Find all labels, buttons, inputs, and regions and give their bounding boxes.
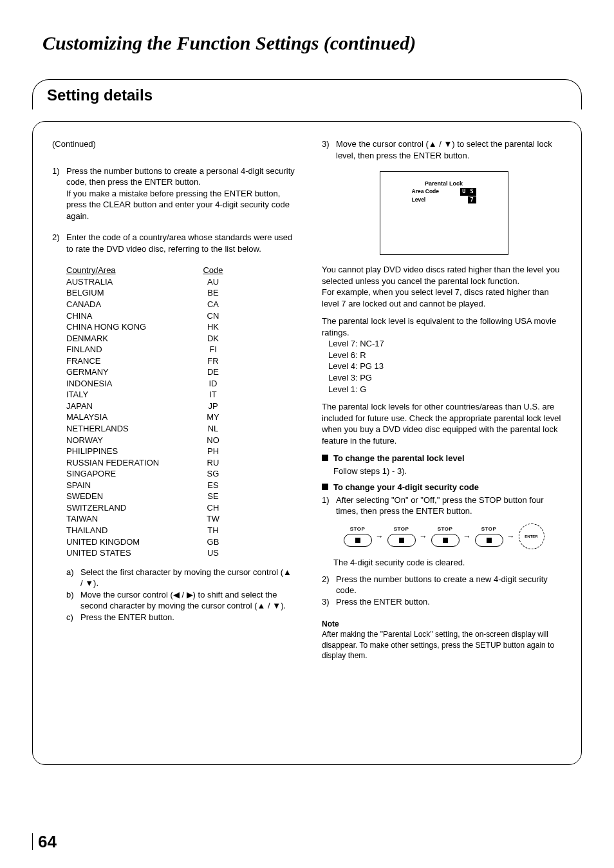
bullet-change-level: To change the parental lock level bbox=[322, 453, 566, 464]
square-bullet-icon bbox=[322, 484, 328, 490]
country-code: CH bbox=[199, 502, 227, 514]
arrow-right-icon: → bbox=[420, 531, 427, 542]
arrow-right-icon: → bbox=[376, 531, 384, 542]
step-2-number: 2) bbox=[52, 232, 66, 254]
note-body: After making the "Parental Lock" setting… bbox=[322, 629, 566, 661]
square-bullet-icon bbox=[322, 455, 328, 461]
country-code: JP bbox=[199, 401, 227, 412]
country-row: RUSSIAN FEDERATIONRU bbox=[66, 457, 227, 469]
step-3: 3) Move the cursor control (▲ / ▼) to se… bbox=[322, 138, 566, 161]
step-2-text: Enter the code of a country/area whose s… bbox=[66, 232, 296, 254]
country-code: RU bbox=[199, 457, 227, 469]
country-name: INDONESIA bbox=[66, 378, 199, 390]
stop-label: STOP bbox=[387, 526, 416, 533]
rating-level: Level 3: PG bbox=[328, 372, 566, 384]
para-lock-explain-a: You cannot play DVD video discs rated hi… bbox=[322, 265, 560, 286]
country-name: THAILAND bbox=[66, 525, 199, 536]
bullet-change-level-body: Follow steps 1) - 3). bbox=[333, 466, 566, 477]
country-code: GB bbox=[199, 536, 227, 548]
stop-icon bbox=[387, 534, 416, 547]
stop-icon bbox=[431, 534, 460, 547]
country-name: UNITED STATES bbox=[66, 547, 199, 559]
bullet-change-code: To change your 4-digit security code bbox=[322, 482, 566, 493]
country-row: CHINACN bbox=[66, 310, 227, 322]
country-name: CHINA bbox=[66, 310, 199, 322]
country-code: DK bbox=[199, 333, 227, 344]
continued-label: (Continued) bbox=[52, 138, 296, 150]
enter-label: ENTER bbox=[524, 529, 539, 544]
country-name: NETHERLANDS bbox=[66, 423, 199, 435]
note-heading: Note bbox=[322, 619, 566, 629]
arrow-right-icon: → bbox=[507, 531, 515, 542]
country-row: GERMANYDE bbox=[66, 366, 227, 378]
country-row: NETHERLANDSNL bbox=[66, 423, 227, 435]
change-code-step3-text: Press the ENTER button. bbox=[336, 596, 430, 608]
header-code: Code bbox=[199, 265, 227, 276]
country-row: PHILIPPINESPH bbox=[66, 446, 227, 457]
substep-b: b) Move the cursor control (◀ / ▶) to sh… bbox=[66, 589, 296, 612]
change-code-step2-num: 2) bbox=[322, 574, 336, 596]
rating-level: Level 7: NC-17 bbox=[328, 338, 566, 350]
rating-level: Level 4: PG 13 bbox=[328, 361, 566, 372]
ratings-list: Level 7: NC-17Level 6: RLevel 4: PG 13Le… bbox=[328, 338, 566, 395]
country-code: FI bbox=[199, 344, 227, 355]
osd-title: Parental Lock bbox=[412, 180, 476, 187]
right-column: 3) Move the cursor control (▲ / ▼) to se… bbox=[322, 138, 566, 739]
osd-area-label: Area Code bbox=[412, 188, 440, 195]
substep-c: c) Press the ENTER button. bbox=[66, 612, 296, 623]
country-name: AUSTRALIA bbox=[66, 276, 199, 288]
country-code: US bbox=[199, 547, 227, 559]
country-name: SWITZERLAND bbox=[66, 502, 199, 514]
header-country: Country/Area bbox=[66, 265, 199, 276]
left-column: (Continued) 1) Press the number buttons … bbox=[52, 138, 296, 739]
osd-screen: Parental Lock Area Code U S Level 7 bbox=[380, 171, 508, 255]
country-row: AUSTRALIAAU bbox=[66, 276, 227, 288]
country-name: TAIWAN bbox=[66, 513, 199, 525]
country-code: TW bbox=[199, 513, 227, 525]
country-code: MY bbox=[199, 411, 227, 423]
country-name: SWEDEN bbox=[66, 491, 199, 502]
stop-sequence: STOP → STOP → STOP → STOP → ENTER bbox=[322, 524, 566, 549]
code-cleared-text: The 4-digit security code is cleared. bbox=[333, 557, 566, 569]
country-code: AU bbox=[199, 276, 227, 288]
osd-area-value: U S bbox=[460, 188, 476, 195]
subheading: Setting details bbox=[32, 79, 582, 109]
stop-button-4: STOP bbox=[475, 526, 503, 547]
country-code: ES bbox=[199, 480, 227, 491]
change-code-step1-num: 1) bbox=[322, 495, 336, 517]
content-box: (Continued) 1) Press the number buttons … bbox=[32, 121, 582, 765]
country-name: PHILIPPINES bbox=[66, 446, 199, 457]
arrow-right-icon: → bbox=[463, 531, 471, 542]
change-code-step1-text: After selecting "On" or "Off," press the… bbox=[336, 495, 566, 517]
country-row: SINGAPORESG bbox=[66, 468, 227, 480]
para-lock-explain-b: For example, when you select level 7, di… bbox=[322, 287, 549, 308]
country-row: FINLANDFI bbox=[66, 344, 227, 355]
change-code-step2-text: Press the number buttons to create a new… bbox=[336, 574, 566, 596]
subheading-container: Setting details bbox=[32, 79, 582, 109]
stop-icon bbox=[475, 534, 503, 547]
country-code: FR bbox=[199, 355, 227, 367]
step-2: 2) Enter the code of a country/area whos… bbox=[52, 232, 296, 254]
stop-icon bbox=[344, 534, 372, 547]
substep-a-num: a) bbox=[66, 567, 80, 589]
substep-b-text: Move the cursor control (◀ / ▶) to shift… bbox=[80, 589, 296, 612]
step-1-text-a: Press the number buttons to create a per… bbox=[66, 165, 296, 188]
country-row: TAIWANTW bbox=[66, 513, 227, 525]
para-other-countries: The parental lock levels for other count… bbox=[322, 401, 566, 446]
country-code: BE bbox=[199, 287, 227, 299]
country-name: ITALY bbox=[66, 389, 199, 401]
substep-a-text: Select the first character by moving the… bbox=[80, 567, 296, 589]
substep-b-num: b) bbox=[66, 589, 80, 612]
chapter-title: Customizing the Function Settings (conti… bbox=[32, 32, 582, 53]
country-name: RUSSIAN FEDERATION bbox=[66, 457, 199, 469]
country-code: TH bbox=[199, 525, 227, 536]
enter-button-icon: ENTER bbox=[519, 524, 544, 549]
step-1-number: 1) bbox=[52, 165, 66, 222]
country-name: MALAYSIA bbox=[66, 411, 199, 423]
substeps: a) Select the first character by moving … bbox=[66, 567, 296, 623]
country-row: BELGIUMBE bbox=[66, 287, 227, 299]
right-steps: 3) Move the cursor control (▲ / ▼) to se… bbox=[322, 138, 566, 161]
country-row: THAILANDTH bbox=[66, 525, 227, 536]
substep-a: a) Select the first character by moving … bbox=[66, 567, 296, 589]
stop-label: STOP bbox=[344, 526, 372, 533]
